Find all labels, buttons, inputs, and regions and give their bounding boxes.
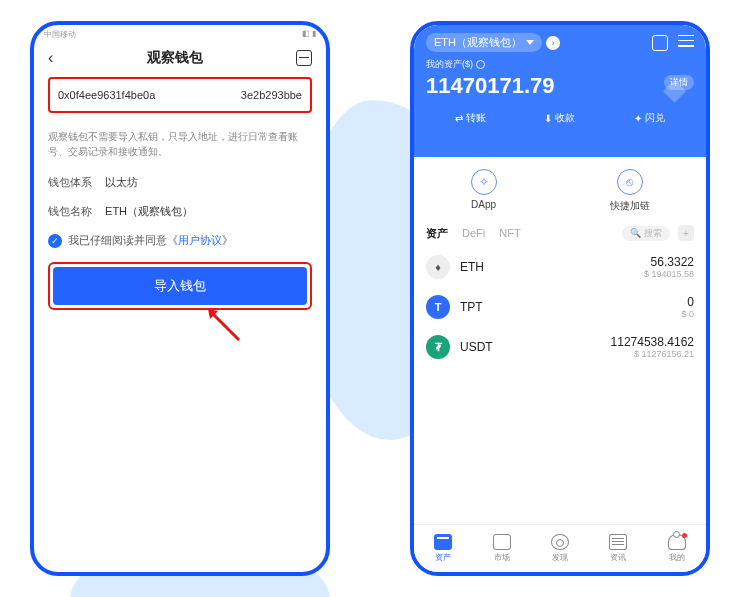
import-highlight: 导入钱包 [48, 262, 312, 310]
add-chain-quick[interactable]: ⎋ 快捷加链 [610, 169, 650, 213]
status-icons: ◧ ▮ [302, 29, 316, 43]
tpt-icon: T [426, 295, 450, 319]
wallet-system-row: 钱包体系 以太坊 [48, 175, 312, 190]
tab-assets[interactable]: 资产 [426, 226, 448, 241]
wallet-header: ETH（观察钱包） › 我的资产($) 11470171.79 详情 ◆ ⇄ 转… [414, 25, 706, 157]
wallet-system-value: 以太坊 [105, 176, 138, 188]
chain-label: ETH（观察钱包） [434, 35, 522, 50]
eth-watermark-icon: ◆ [663, 71, 686, 106]
nav-news[interactable]: 资讯 [609, 534, 627, 563]
bottom-nav: 资产 市场 发现 资讯 我的 [414, 524, 706, 572]
nav-assets[interactable]: 资产 [434, 534, 452, 563]
wallet-name-value: ETH（观察钱包） [105, 205, 193, 217]
quick-actions: ✧ DApp ⎋ 快捷加链 [414, 157, 706, 221]
profile-icon [668, 534, 686, 550]
agreement-suffix: 》 [222, 234, 233, 246]
assets-amount: 11470171.79 [426, 73, 694, 99]
discover-icon [551, 534, 569, 550]
link-icon: ⎋ [617, 169, 643, 195]
status-bar: 中国移动 ◧ ▮ [34, 25, 326, 43]
dapp-quick[interactable]: ✧ DApp [471, 169, 497, 213]
camera-icon[interactable] [652, 35, 668, 51]
title-bar: ‹ 观察钱包 [34, 43, 326, 77]
agreement-checkbox[interactable]: ✓ [48, 234, 62, 248]
eth-icon: ♦ [426, 255, 450, 279]
address-left: 0x0f4ee9631f4be0a [58, 89, 155, 101]
tab-defi[interactable]: DeFi [462, 227, 485, 239]
agreement-row[interactable]: ✓ 我已仔细阅读并同意《用户协议》 [48, 233, 312, 248]
address-right: 3e2b293bbe [241, 89, 302, 101]
annotation-arrow [204, 305, 244, 345]
wallet-system-label: 钱包体系 [48, 176, 92, 188]
wallet-name-label: 钱包名称 [48, 205, 92, 217]
phone-left: 中国移动 ◧ ▮ ‹ 观察钱包 0x0f4ee9631f4be0a 3e2b29… [30, 21, 330, 576]
market-icon [493, 534, 511, 550]
tab-nft[interactable]: NFT [499, 227, 520, 239]
phone-right: ETH（观察钱包） › 我的资产($) 11470171.79 详情 ◆ ⇄ 转… [410, 21, 710, 576]
nav-me[interactable]: 我的 [668, 534, 686, 563]
chain-selector[interactable]: ETH（观察钱包） [426, 33, 542, 52]
page-title: 观察钱包 [147, 49, 203, 67]
token-list: ♦ ETH 56.3322 $ 194015.58 T TPT 0 $ 0 ₮ … [414, 247, 706, 367]
assets-label: 我的资产($) [426, 58, 473, 71]
address-input[interactable]: 0x0f4ee9631f4be0a 3e2b293bbe [48, 77, 312, 113]
news-icon [609, 534, 627, 550]
chain-arrow-icon[interactable]: › [546, 36, 560, 50]
scan-icon[interactable] [296, 50, 312, 66]
user-agreement-link[interactable]: 用户协议 [178, 234, 222, 246]
eye-icon[interactable] [476, 60, 485, 69]
transfer-action[interactable]: ⇄ 转账 [455, 111, 486, 125]
chevron-down-icon [526, 40, 534, 45]
compass-icon: ✧ [471, 169, 497, 195]
description-text: 观察钱包不需要导入私钥，只导入地址，进行日常查看账号、交易记录和接收通知。 [48, 129, 312, 159]
nav-discover[interactable]: 发现 [551, 534, 569, 563]
token-row-usdt[interactable]: ₮ USDT 11274538.4162 $ 11276156.21 [426, 327, 694, 367]
token-row-eth[interactable]: ♦ ETH 56.3322 $ 194015.58 [426, 247, 694, 287]
assets-icon [434, 534, 452, 550]
back-icon[interactable]: ‹ [48, 49, 53, 67]
token-row-tpt[interactable]: T TPT 0 $ 0 [426, 287, 694, 327]
receive-action[interactable]: ⬇ 收款 [544, 111, 575, 125]
agreement-prefix: 我已仔细阅读并同意《 [68, 234, 178, 246]
import-wallet-button[interactable]: 导入钱包 [53, 267, 307, 305]
menu-icon[interactable] [678, 35, 694, 47]
nav-market[interactable]: 市场 [493, 534, 511, 563]
notification-dot [682, 533, 687, 538]
swap-action[interactable]: ✦ 闪兑 [634, 111, 665, 125]
asset-tabs: 资产 DeFi NFT 🔍 搜索 + [414, 221, 706, 247]
add-token-button[interactable]: + [678, 225, 694, 241]
wallet-name-row: 钱包名称 ETH（观察钱包） [48, 204, 312, 219]
usdt-icon: ₮ [426, 335, 450, 359]
search-pill[interactable]: 🔍 搜索 [622, 226, 670, 241]
carrier: 中国移动 [44, 29, 76, 43]
